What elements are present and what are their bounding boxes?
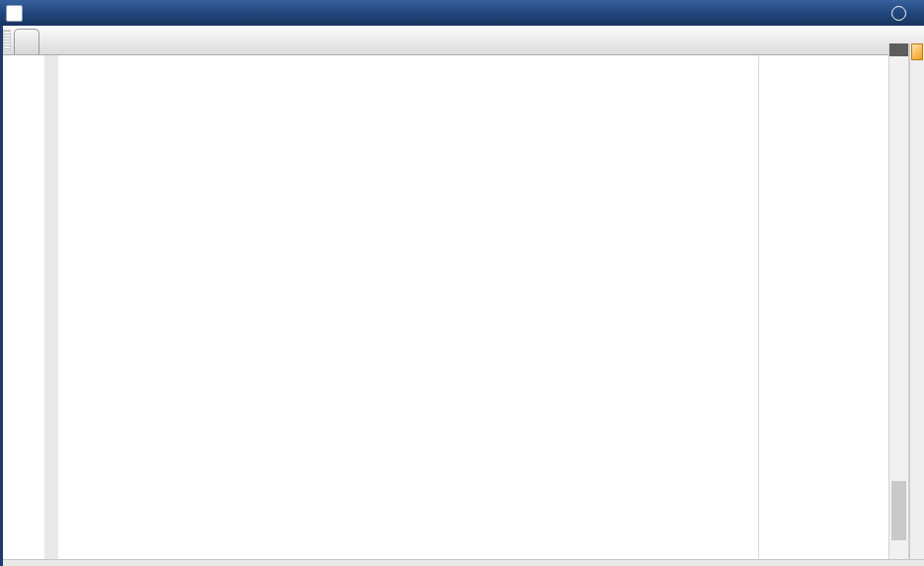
code-lines: [3, 55, 887, 559]
dock-menu-icon[interactable]: [891, 6, 906, 21]
editor-app-icon: [6, 5, 23, 22]
scrollbar-thumb[interactable]: [891, 481, 906, 540]
splitter-grabber[interactable]: [889, 43, 908, 56]
vertical-scrollbar[interactable]: [888, 43, 909, 559]
titlebar[interactable]: [0, 0, 924, 26]
scroll-down-icon[interactable]: [889, 542, 908, 558]
mlint-summary-box[interactable]: [911, 43, 923, 60]
matlab-editor-window: [0, 0, 924, 566]
mlint-indicator-bar[interactable]: [909, 43, 924, 559]
document-tab-bar: [0, 26, 924, 55]
code-editor[interactable]: [3, 55, 887, 559]
window-left-border: [0, 26, 3, 566]
window-bottom-edge: [0, 559, 924, 566]
new-tab-button[interactable]: [14, 29, 39, 54]
tabbar-grip-handle[interactable]: [3, 30, 11, 51]
scroll-up-icon[interactable]: [889, 58, 908, 74]
